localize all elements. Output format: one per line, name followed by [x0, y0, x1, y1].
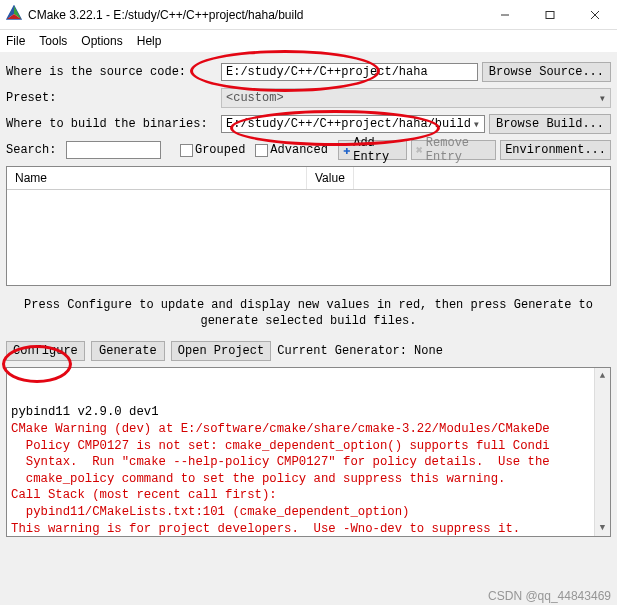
generate-button[interactable]: Generate: [91, 341, 165, 361]
menu-options[interactable]: Options: [81, 34, 122, 48]
remove-entry-button[interactable]: Remove Entry: [411, 140, 497, 160]
watermark: CSDN @qq_44843469: [488, 589, 611, 603]
scroll-up-icon[interactable]: ▲: [595, 368, 610, 384]
source-label: Where is the source code:: [6, 65, 211, 79]
binaries-label: Where to build the binaries:: [6, 117, 211, 131]
browse-build-button[interactable]: Browse Build...: [489, 114, 611, 134]
log-line: CMake Warning (dev) at E:/software/cmake…: [11, 421, 606, 438]
x-icon: [416, 143, 426, 158]
menu-file[interactable]: File: [6, 34, 25, 48]
log-line: pybind11 v2.9.0 dev1: [11, 404, 606, 421]
title-bar: CMake 3.22.1 - E:/study/C++/C++project/h…: [0, 0, 617, 30]
binaries-input[interactable]: E:/study/C++/C++project/haha/build ▾: [221, 115, 485, 133]
grouped-checkbox[interactable]: Grouped: [180, 143, 245, 157]
log-line: Policy CMP0127 is not set: cmake_depende…: [11, 438, 606, 455]
binaries-value: E:/study/C++/C++project/haha/build: [226, 117, 473, 131]
main-panel: Where is the source code: Browse Source.…: [0, 52, 617, 541]
minimize-button[interactable]: [482, 0, 527, 30]
svg-rect-5: [546, 11, 554, 18]
checkbox-icon: [180, 144, 193, 157]
checkbox-icon: [255, 144, 268, 157]
cmake-icon: [6, 5, 22, 24]
chevron-down-icon: ▾: [473, 117, 480, 132]
column-name[interactable]: Name: [7, 167, 307, 189]
menu-help[interactable]: Help: [137, 34, 162, 48]
add-entry-button[interactable]: Add Entry: [338, 140, 407, 160]
scrollbar[interactable]: ▲ ▼: [594, 368, 610, 536]
browse-source-button[interactable]: Browse Source...: [482, 62, 611, 82]
environment-button[interactable]: Environment...: [500, 140, 611, 160]
close-button[interactable]: [572, 0, 617, 30]
column-value[interactable]: Value: [307, 167, 354, 189]
menu-tools[interactable]: Tools: [39, 34, 67, 48]
preset-value: <custom>: [226, 91, 284, 105]
maximize-button[interactable]: [527, 0, 572, 30]
log-line: Call Stack (most recent call first):: [11, 487, 606, 504]
cache-table[interactable]: Name Value: [6, 166, 611, 286]
plus-icon: [343, 143, 353, 158]
output-log[interactable]: pybind11 v2.9.0 dev1 CMake Warning (dev)…: [6, 367, 611, 537]
window-title: CMake 3.22.1 - E:/study/C++/C++project/h…: [28, 8, 304, 22]
hint-text: Press Configure to update and display ne…: [6, 290, 611, 341]
preset-label: Preset:: [6, 91, 211, 105]
log-line: cmake_policy command to set the policy a…: [11, 471, 606, 488]
scroll-down-icon[interactable]: ▼: [595, 520, 610, 536]
source-input[interactable]: [221, 63, 478, 81]
search-input[interactable]: [66, 141, 161, 159]
log-line: Syntax. Run "cmake --help-policy CMP0127…: [11, 454, 606, 471]
preset-select[interactable]: <custom> ▾: [221, 88, 611, 108]
search-label: Search:: [6, 143, 56, 157]
chevron-down-icon: ▾: [599, 91, 606, 106]
menu-bar: File Tools Options Help: [0, 30, 617, 52]
open-project-button[interactable]: Open Project: [171, 341, 271, 361]
current-generator-label: Current Generator: None: [277, 344, 443, 358]
configure-button[interactable]: Configure: [6, 341, 85, 361]
log-line: This warning is for project developers. …: [11, 521, 606, 538]
advanced-checkbox[interactable]: Advanced: [255, 143, 328, 157]
log-line: pybind11/CMakeLists.txt:101 (cmake_depen…: [11, 504, 606, 521]
